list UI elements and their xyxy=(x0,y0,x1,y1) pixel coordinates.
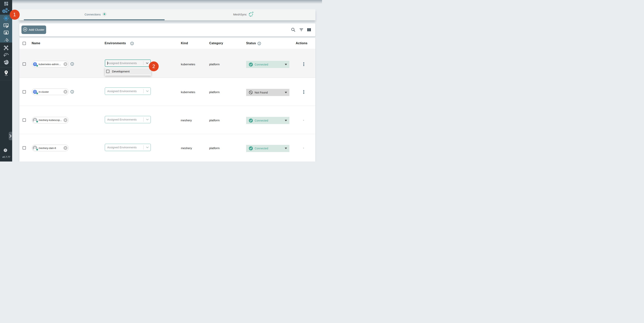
svg-text:?: ? xyxy=(5,149,6,151)
